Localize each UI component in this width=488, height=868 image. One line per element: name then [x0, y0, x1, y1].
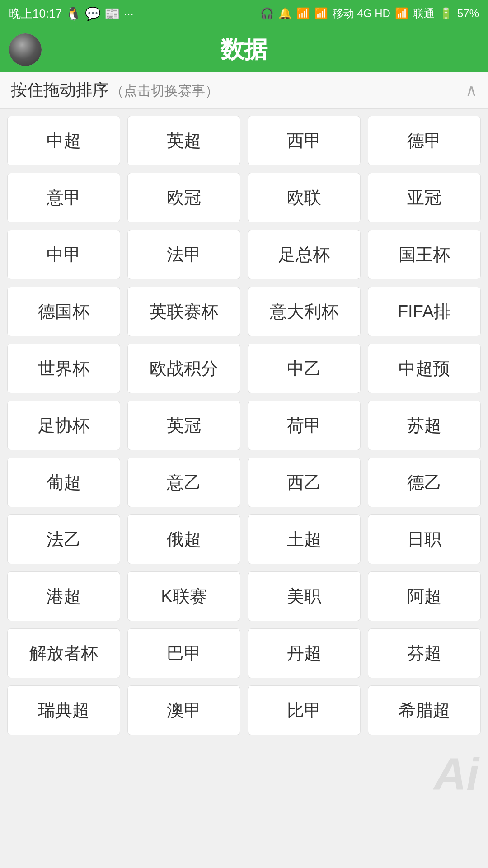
league-item[interactable]: 希腊超: [368, 685, 481, 735]
qq-icon: 🐧: [66, 6, 81, 21]
battery-label: 57%: [457, 7, 479, 20]
alarm-icon: 🔔: [278, 7, 292, 20]
watermark-text: Ai: [434, 748, 479, 800]
league-item[interactable]: 美职: [248, 571, 361, 621]
league-item[interactable]: 中乙: [248, 344, 361, 393]
league-item[interactable]: 意甲: [7, 173, 120, 222]
league-item[interactable]: 法乙: [7, 514, 120, 564]
league-item[interactable]: 欧战积分: [127, 344, 240, 393]
league-item[interactable]: 欧冠: [127, 173, 240, 222]
league-item[interactable]: 足总杯: [248, 230, 361, 279]
league-item[interactable]: FIFA排: [368, 287, 481, 336]
league-item[interactable]: 德乙: [368, 458, 481, 507]
league-item[interactable]: 港超: [7, 571, 120, 621]
league-item[interactable]: 比甲: [248, 685, 361, 735]
sort-bar-content: 按住拖动排序 （点击切换赛事）: [11, 79, 219, 101]
league-item[interactable]: 日职: [368, 514, 481, 564]
page-title: 数据: [221, 34, 267, 66]
league-grid: 中超英超西甲德甲意甲欧冠欧联亚冠中甲法甲足总杯国王杯德国杯英联赛杯意大利杯FIF…: [0, 108, 488, 742]
status-bar: 晚上10:17 🐧 💬 📰 ··· 🎧 🔔 📶 📶 移动 4G HD 📶 联通 …: [0, 0, 488, 27]
carrier-label: 联通: [413, 6, 435, 21]
league-item[interactable]: 中超: [7, 116, 120, 165]
league-item[interactable]: K联赛: [127, 571, 240, 621]
league-item[interactable]: 巴甲: [127, 628, 240, 678]
more-dots: ···: [124, 7, 134, 21]
avatar[interactable]: [9, 33, 42, 66]
league-item[interactable]: 丹超: [248, 628, 361, 678]
league-item[interactable]: 德国杯: [7, 287, 120, 336]
league-item[interactable]: 土超: [248, 514, 361, 564]
league-item[interactable]: 足协杯: [7, 401, 120, 450]
status-right: 🎧 🔔 📶 📶 移动 4G HD 📶 联通 🔋 57%: [260, 6, 479, 21]
league-item[interactable]: 意乙: [127, 458, 240, 507]
league-item[interactable]: 解放者杯: [7, 628, 120, 678]
status-time: 晚上10:17: [9, 6, 62, 22]
league-item[interactable]: 澳甲: [127, 685, 240, 735]
league-item[interactable]: 法甲: [127, 230, 240, 279]
league-item[interactable]: 西甲: [248, 116, 361, 165]
league-item[interactable]: 芬超: [368, 628, 481, 678]
league-item[interactable]: 世界杯: [7, 344, 120, 393]
league-item[interactable]: 亚冠: [368, 173, 481, 222]
league-item[interactable]: 意大利杯: [248, 287, 361, 336]
league-item[interactable]: 中甲: [7, 230, 120, 279]
sort-bar: 按住拖动排序 （点击切换赛事） ∧: [0, 72, 488, 108]
league-item[interactable]: 西乙: [248, 458, 361, 507]
league-item[interactable]: 欧联: [248, 173, 361, 222]
league-item[interactable]: 中超预: [368, 344, 481, 393]
avatar-image: [9, 33, 42, 66]
news-icon: 📰: [104, 6, 120, 21]
signal-icon: 📶: [314, 7, 328, 20]
league-item[interactable]: 英超: [127, 116, 240, 165]
status-left: 晚上10:17 🐧 💬 📰 ···: [9, 6, 134, 22]
wifi-icon: 📶: [296, 7, 310, 20]
battery-icon: 🔋: [439, 7, 453, 20]
league-item[interactable]: 葡超: [7, 458, 120, 507]
league-item[interactable]: 阿超: [368, 571, 481, 621]
league-item[interactable]: 英联赛杯: [127, 287, 240, 336]
league-item[interactable]: 国王杯: [368, 230, 481, 279]
sort-main-text: 按住拖动排序: [11, 80, 108, 99]
wechat-icon: 💬: [85, 6, 101, 21]
collapse-icon[interactable]: ∧: [465, 81, 477, 100]
app-header: 数据: [0, 27, 488, 72]
league-item[interactable]: 德甲: [368, 116, 481, 165]
headphone-icon: 🎧: [260, 7, 274, 20]
league-item[interactable]: 荷甲: [248, 401, 361, 450]
league-item[interactable]: 俄超: [127, 514, 240, 564]
sort-sub-text: （点击切换赛事）: [110, 83, 219, 98]
network-label: 移动 4G HD: [333, 6, 390, 21]
carrier-signal: 📶: [395, 7, 408, 20]
league-item[interactable]: 英冠: [127, 401, 240, 450]
league-item[interactable]: 苏超: [368, 401, 481, 450]
bottom-area: Ai: [0, 742, 488, 806]
league-item[interactable]: 瑞典超: [7, 685, 120, 735]
